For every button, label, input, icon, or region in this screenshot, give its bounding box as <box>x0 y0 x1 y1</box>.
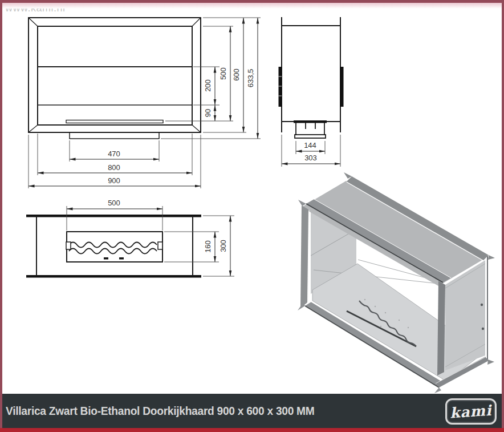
product-title: Villarica Zwart Bio-Ethanol Doorkijkhaar… <box>6 405 315 418</box>
dim-label-height: 600 <box>232 68 241 81</box>
front-view: 470 800 900 90 200 500 600 633,5 <box>29 18 261 188</box>
dim-label-burner-depth: 144 <box>304 141 316 150</box>
side-burner-base <box>295 135 326 138</box>
front-mitre-lines <box>29 18 201 132</box>
fireplace-technical-drawing: 470 800 900 90 200 500 600 633,5 <box>0 0 504 394</box>
front-extension-lines <box>29 18 261 188</box>
footer-bar: Villarica Zwart Bio-Ethanol Doorkijkhaar… <box>0 394 504 428</box>
dim-label-h-opening: 500 <box>219 67 227 80</box>
side-mount-bars <box>279 67 344 107</box>
dim-label-total-width: 900 <box>108 176 120 185</box>
dim-label-burner-width: 470 <box>108 150 120 158</box>
side-burner-prongs <box>306 123 315 129</box>
technical-drawing-page: www.kami.nl <box>0 0 504 432</box>
dim-label-burner-length: 500 <box>108 199 120 207</box>
dim-label-top-total-depth: 300 <box>219 240 227 252</box>
top-burner-slots <box>104 257 124 260</box>
side-view: 144 303 <box>279 17 344 167</box>
dim-label-h-mid: 200 <box>204 79 212 92</box>
front-dimension-lines <box>29 18 258 186</box>
dim-label-inner-width: 800 <box>108 163 120 172</box>
border-right <box>502 0 504 432</box>
top-back-flange-bar <box>26 275 201 278</box>
iso-front-left-stile <box>300 205 308 308</box>
top-flame-baffle-waves <box>69 243 157 254</box>
front-inner-frame <box>38 26 192 125</box>
border-top <box>0 0 504 3</box>
dim-label-total-height: 633,5 <box>246 69 255 88</box>
kami-logo: kami <box>445 398 497 425</box>
front-outer-frame <box>29 18 201 132</box>
dim-label-top-burner-depth: 160 <box>204 240 212 253</box>
top-view: 500 160 300 <box>26 199 234 278</box>
top-baffle-clip-left <box>66 242 71 249</box>
border-top-fade <box>0 3 504 9</box>
front-burner-tray <box>66 120 163 123</box>
border-left <box>0 0 2 432</box>
border-bottom-red <box>0 428 504 432</box>
iso-front-right-stile <box>437 281 445 376</box>
dim-label-total-depth: 303 <box>304 154 317 162</box>
front-burner-box <box>70 132 159 139</box>
dim-label-h-bottom: 90 <box>204 109 212 117</box>
kami-logo-text: kami <box>449 403 492 420</box>
side-burner-top <box>294 120 327 123</box>
top-baffle-clip-right <box>158 242 162 249</box>
top-front-flange-bar <box>26 215 201 217</box>
iso-view <box>298 172 495 393</box>
